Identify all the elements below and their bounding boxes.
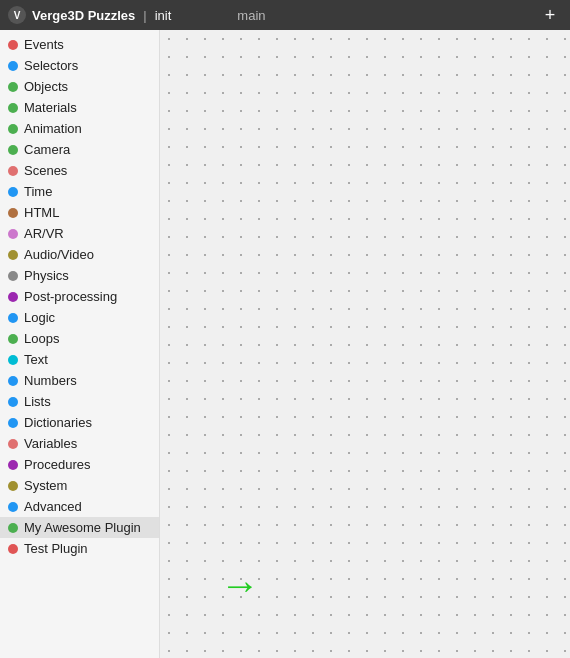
category-dot-dictionaries xyxy=(8,418,18,428)
sidebar-item-events[interactable]: Events xyxy=(0,34,159,55)
category-dot-selectors xyxy=(8,61,18,71)
sidebar-item-selectors[interactable]: Selectors xyxy=(0,55,159,76)
sidebar-label-materials: Materials xyxy=(24,100,77,115)
sidebar-label-time: Time xyxy=(24,184,52,199)
sidebar: EventsSelectorsObjectsMaterialsAnimation… xyxy=(0,30,160,658)
sidebar-item-procedures[interactable]: Procedures xyxy=(0,454,159,475)
category-dot-physics xyxy=(8,271,18,281)
category-dot-objects xyxy=(8,82,18,92)
category-dot-numbers xyxy=(8,376,18,386)
category-dot-time xyxy=(8,187,18,197)
tab-init[interactable]: init xyxy=(155,8,172,23)
sidebar-item-variables[interactable]: Variables xyxy=(0,433,159,454)
sidebar-label-scenes: Scenes xyxy=(24,163,67,178)
sidebar-item-animation[interactable]: Animation xyxy=(0,118,159,139)
category-dot-post_processing xyxy=(8,292,18,302)
tab-main[interactable]: main xyxy=(237,8,265,23)
category-dot-camera xyxy=(8,145,18,155)
sidebar-label-objects: Objects xyxy=(24,79,68,94)
sidebar-item-my_awesome_plugin[interactable]: My Awesome Plugin xyxy=(0,517,159,538)
category-dot-lists xyxy=(8,397,18,407)
sidebar-item-advanced[interactable]: Advanced xyxy=(0,496,159,517)
category-dot-logic xyxy=(8,313,18,323)
sidebar-item-audio_video[interactable]: Audio/Video xyxy=(0,244,159,265)
sidebar-item-text[interactable]: Text xyxy=(0,349,159,370)
sidebar-label-physics: Physics xyxy=(24,268,69,283)
verge3d-logo-icon: V xyxy=(8,6,26,24)
category-dot-system xyxy=(8,481,18,491)
header: V Verge3D Puzzles | init main + xyxy=(0,0,570,30)
main-layout: EventsSelectorsObjectsMaterialsAnimation… xyxy=(0,30,570,658)
sidebar-label-audio_video: Audio/Video xyxy=(24,247,94,262)
sidebar-item-time[interactable]: Time xyxy=(0,181,159,202)
sidebar-item-objects[interactable]: Objects xyxy=(0,76,159,97)
sidebar-item-dictionaries[interactable]: Dictionaries xyxy=(0,412,159,433)
sidebar-item-ar_vr[interactable]: AR/VR xyxy=(0,223,159,244)
sidebar-label-text: Text xyxy=(24,352,48,367)
sidebar-label-my_awesome_plugin: My Awesome Plugin xyxy=(24,520,141,535)
category-dot-animation xyxy=(8,124,18,134)
category-dot-html xyxy=(8,208,18,218)
sidebar-label-events: Events xyxy=(24,37,64,52)
sidebar-item-system[interactable]: System xyxy=(0,475,159,496)
sidebar-label-camera: Camera xyxy=(24,142,70,157)
category-dot-scenes xyxy=(8,166,18,176)
sidebar-label-selectors: Selectors xyxy=(24,58,78,73)
app-title: Verge3D Puzzles xyxy=(32,8,135,23)
sidebar-label-variables: Variables xyxy=(24,436,77,451)
header-divider: | xyxy=(143,8,146,23)
category-dot-text xyxy=(8,355,18,365)
sidebar-label-test_plugin: Test Plugin xyxy=(24,541,88,556)
category-dot-audio_video xyxy=(8,250,18,260)
sidebar-item-materials[interactable]: Materials xyxy=(0,97,159,118)
sidebar-item-numbers[interactable]: Numbers xyxy=(0,370,159,391)
add-tab-button[interactable]: + xyxy=(538,3,562,27)
category-dot-procedures xyxy=(8,460,18,470)
category-dot-variables xyxy=(8,439,18,449)
sidebar-label-animation: Animation xyxy=(24,121,82,136)
category-dot-events xyxy=(8,40,18,50)
sidebar-item-html[interactable]: HTML xyxy=(0,202,159,223)
sidebar-item-scenes[interactable]: Scenes xyxy=(0,160,159,181)
arrow-indicator: ← xyxy=(220,563,260,608)
canvas-area[interactable]: ← xyxy=(160,30,570,658)
svg-text:V: V xyxy=(14,10,21,21)
sidebar-label-loops: Loops xyxy=(24,331,59,346)
sidebar-item-lists[interactable]: Lists xyxy=(0,391,159,412)
sidebar-label-ar_vr: AR/VR xyxy=(24,226,64,241)
category-dot-materials xyxy=(8,103,18,113)
sidebar-item-loops[interactable]: Loops xyxy=(0,328,159,349)
sidebar-label-lists: Lists xyxy=(24,394,51,409)
sidebar-item-physics[interactable]: Physics xyxy=(0,265,159,286)
sidebar-item-logic[interactable]: Logic xyxy=(0,307,159,328)
sidebar-label-system: System xyxy=(24,478,67,493)
category-dot-my_awesome_plugin xyxy=(8,523,18,533)
sidebar-label-html: HTML xyxy=(24,205,59,220)
sidebar-label-logic: Logic xyxy=(24,310,55,325)
category-dot-loops xyxy=(8,334,18,344)
sidebar-label-advanced: Advanced xyxy=(24,499,82,514)
sidebar-label-numbers: Numbers xyxy=(24,373,77,388)
sidebar-label-procedures: Procedures xyxy=(24,457,90,472)
sidebar-item-test_plugin[interactable]: Test Plugin xyxy=(0,538,159,559)
sidebar-item-post_processing[interactable]: Post-processing xyxy=(0,286,159,307)
category-dot-advanced xyxy=(8,502,18,512)
sidebar-label-dictionaries: Dictionaries xyxy=(24,415,92,430)
category-dot-ar_vr xyxy=(8,229,18,239)
sidebar-item-camera[interactable]: Camera xyxy=(0,139,159,160)
category-dot-test_plugin xyxy=(8,544,18,554)
sidebar-label-post_processing: Post-processing xyxy=(24,289,117,304)
